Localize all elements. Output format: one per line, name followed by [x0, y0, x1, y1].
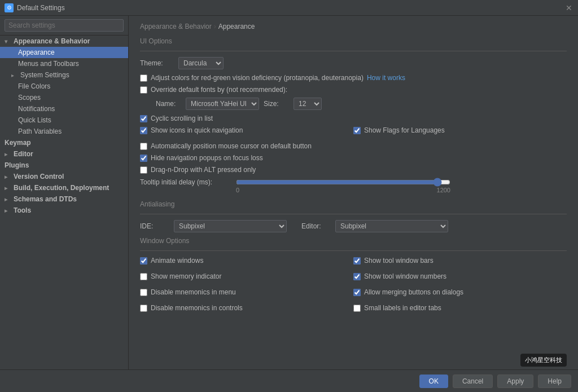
controls-smalllabels-row: Disable mnemonics in controls Small labe… — [140, 304, 567, 316]
font-size-label: Size: — [264, 100, 289, 108]
sidebar-item-menus-toolbars[interactable]: Menus and Toolbars — [0, 58, 128, 69]
dnd-checkbox[interactable] — [140, 166, 147, 174]
disable-mnemonics-label: Disable mnemonics in menu — [151, 288, 236, 296]
sidebar-item-scopes[interactable]: Scopes — [0, 92, 128, 103]
ok-button[interactable]: OK — [419, 375, 448, 388]
override-fonts-row: Override default fonts by (not recommend… — [140, 86, 567, 94]
auto-position-label: Automatically position mouse cursor on d… — [151, 142, 312, 150]
apply-button[interactable]: Apply — [497, 375, 533, 388]
animate-windows-checkbox[interactable] — [140, 257, 147, 265]
allow-merging-row: Allow merging buttons on dialogs — [353, 288, 567, 296]
arrow-icon — [5, 196, 11, 202]
help-button[interactable]: Help — [538, 375, 571, 388]
sidebar-item-tools[interactable]: Tools — [0, 205, 128, 216]
content-area: Appearance & Behavior › Appearance UI Op… — [129, 16, 578, 369]
main-layout: Appearance & Behavior Appearance Menus a… — [0, 16, 578, 369]
allow-merging-checkbox[interactable] — [353, 289, 361, 296]
show-tool-numbers-checkbox[interactable] — [353, 273, 361, 280]
breadcrumb-separator: › — [214, 23, 216, 30]
disable-mnemonics-checkbox[interactable] — [140, 289, 147, 296]
slider-ticks: 0 1200 — [236, 187, 450, 193]
show-memory-label: Show memory indicator — [151, 272, 221, 280]
allow-merging-label: Allow merging buttons on dialogs — [364, 288, 463, 296]
tooltip-slider[interactable] — [236, 178, 450, 187]
animate-windows-label: Animate windows — [151, 257, 203, 265]
dnd-label: Drag-n-Drop with ALT pressed only — [151, 166, 256, 174]
sidebar-item-version-control[interactable]: Version Control — [0, 171, 128, 182]
auto-position-row: Automatically position mouse cursor on d… — [140, 142, 567, 150]
override-fonts-checkbox[interactable] — [140, 86, 147, 94]
aa-ide-row: IDE: Subpixel Greyscale No antialiasing … — [140, 220, 567, 232]
sidebar-item-system-settings[interactable]: System Settings — [0, 69, 128, 81]
sidebar-item-keymap[interactable]: Keymap — [0, 137, 128, 148]
aa-editor-select[interactable]: Subpixel Greyscale No antialiasing — [335, 220, 448, 232]
override-fonts-label: Override default fonts by (not recommend… — [151, 86, 287, 94]
theme-select[interactable]: Darcula IntelliJ Windows — [178, 57, 224, 69]
search-box — [0, 16, 128, 36]
show-icons-row: Show icons in quick navigation — [140, 126, 353, 134]
hide-nav-checkbox[interactable] — [140, 155, 147, 162]
tooltip-slider-container: Tooltip initial delay (ms): 0 1200 — [140, 178, 567, 193]
sidebar-item-schemas-dtds[interactable]: Schemas and DTDs — [0, 193, 128, 205]
cyclic-row: Cyclic scrolling in list — [140, 114, 567, 122]
slider-min: 0 — [236, 187, 239, 193]
arrow-icon — [5, 174, 11, 180]
cyclic-checkbox[interactable] — [140, 115, 147, 122]
show-tool-numbers-row: Show tool window numbers — [353, 272, 567, 280]
memory-toolnumbers-row: Show memory indicator Show tool window n… — [140, 272, 567, 284]
close-button[interactable]: ✕ — [564, 3, 573, 12]
auto-position-checkbox[interactable] — [140, 143, 147, 150]
title-bar: ⚙ Default Settings ✕ — [0, 0, 578, 16]
small-labels-label: Small labels in editor tabs — [364, 304, 441, 312]
tooltip-slider-label: Tooltip initial delay (ms): — [140, 178, 230, 186]
theme-row: Theme: Darcula IntelliJ Windows — [140, 57, 567, 69]
sidebar-item-appearance-behavior[interactable]: Appearance & Behavior — [0, 36, 128, 47]
red-green-label: Adjust colors for red-green vision defic… — [151, 74, 364, 82]
red-green-checkbox[interactable] — [140, 74, 147, 82]
cancel-button[interactable]: Cancel — [453, 375, 493, 388]
show-flags-row: Show Flags for Languages — [353, 126, 567, 134]
divider — [140, 51, 567, 51]
show-icons-label: Show icons in quick navigation — [151, 126, 243, 134]
slider-max: 1200 — [437, 187, 450, 193]
show-tool-numbers-label: Show tool window numbers — [364, 272, 446, 280]
breadcrumb: Appearance & Behavior › Appearance — [140, 23, 567, 30]
arrow-icon — [11, 72, 18, 78]
sidebar-item-plugins[interactable]: Plugins — [0, 160, 128, 171]
sidebar-item-notifications[interactable]: Notifications — [0, 103, 128, 114]
arrow-icon — [5, 151, 11, 157]
disable-controls-checkbox[interactable] — [140, 305, 147, 312]
divider-window — [140, 250, 567, 251]
aa-ide-select[interactable]: Subpixel Greyscale No antialiasing — [174, 220, 287, 232]
sidebar-item-build-execution[interactable]: Build, Execution, Deployment — [0, 182, 128, 193]
font-name-select[interactable]: Microsoft YaHei UI — [186, 98, 259, 110]
small-labels-checkbox[interactable] — [353, 305, 361, 312]
icons-flags-row: Show icons in quick navigation Show Flag… — [140, 126, 567, 138]
show-flags-checkbox[interactable] — [353, 127, 361, 134]
sidebar-item-file-colors[interactable]: File Colors — [0, 81, 128, 92]
aa-ide-label: IDE: — [140, 222, 168, 230]
sidebar-item-quick-lists[interactable]: Quick Lists — [0, 114, 128, 126]
show-tool-bars-checkbox[interactable] — [353, 257, 361, 265]
font-name-size-row: Name: Microsoft YaHei UI Size: 12 10 11 … — [140, 98, 567, 110]
show-icons-checkbox[interactable] — [140, 127, 147, 134]
hide-nav-row: Hide navigation popups on focus loss — [140, 154, 567, 162]
arrow-icon — [5, 208, 11, 214]
small-labels-row: Small labels in editor tabs — [353, 304, 567, 312]
sidebar-item-editor[interactable]: Editor — [0, 148, 128, 160]
aa-section-title: Antialiasing — [140, 200, 567, 208]
breadcrumb-current: Appearance — [218, 23, 255, 30]
sidebar-item-path-variables[interactable]: Path Variables — [0, 126, 128, 137]
sidebar-item-appearance[interactable]: Appearance — [0, 47, 128, 58]
hide-nav-label: Hide navigation popups on focus loss — [151, 154, 263, 162]
divider-aa — [140, 214, 567, 214]
how-it-works-link[interactable]: How it works — [367, 74, 405, 82]
show-tool-bars-row: Show tool window bars — [353, 257, 567, 265]
font-size-select[interactable]: 12 10 11 14 — [294, 98, 322, 110]
app-icon: ⚙ — [5, 3, 14, 12]
arrow-icon — [5, 185, 11, 191]
show-memory-checkbox[interactable] — [140, 273, 147, 280]
animate-showtoolbars-row: Animate windows Show tool window bars — [140, 257, 567, 268]
bottom-bar: OK Cancel Apply Help — [0, 369, 578, 392]
search-input[interactable] — [5, 19, 124, 32]
